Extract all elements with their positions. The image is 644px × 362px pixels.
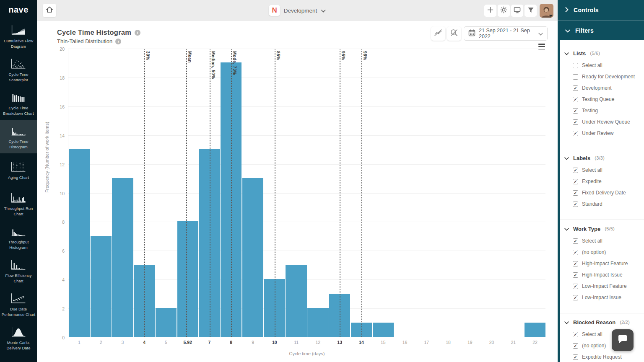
checkbox-checked-icon[interactable]: ✓ [573,250,578,255]
controls-section-header[interactable]: Controls [558,0,644,20]
nave-board-logo: N [269,5,280,16]
chart-subtitle: Thin-Tailed Distribution [57,38,112,44]
filter-option-row[interactable]: ✓ Testing [560,108,644,114]
sidebar-item-throughput-run-chart[interactable]: Throughput Run Chart [0,187,37,220]
checkbox-icon[interactable] [573,63,578,68]
filter-option-row[interactable]: ✓ Testing Queue [560,96,644,102]
percentile-line-label: 30% [145,51,150,60]
filter-option-row[interactable]: ✓ Under Review [560,130,644,136]
histogram-bar-5.92[interactable] [177,221,198,337]
checkbox-checked-icon[interactable]: ✓ [573,108,578,114]
board-selector[interactable]: N Development [265,3,330,18]
chat-widget-button[interactable] [612,329,634,351]
filter-option-row[interactable]: ✓ High-Impact Issue [560,272,644,278]
chart-nav-sidebar: nave Cumulative Flow DiagramCycle Time S… [0,0,37,362]
y-axis-tick-label: 4 [52,277,65,282]
home-button[interactable] [43,4,56,17]
sidebar-item-monte-carlo-delivery-date[interactable]: Monte Carlo: Delivery Date [0,321,37,354]
zoom-disabled-button[interactable] [447,26,461,41]
add-button[interactable] [484,5,496,17]
checkbox-checked-icon[interactable]: ✓ [573,119,578,125]
filter-option-row[interactable]: Ready for Development [560,74,644,80]
filter-section-header[interactable]: Work Type (5/5) [560,225,644,233]
sidebar-item-cycle-time-histogram[interactable]: Cycle Time Histogram [0,120,37,153]
chart-title-info-icon[interactable]: i [135,30,140,36]
date-range-picker[interactable]: 21 Sep 2021 - 21 Sep 2022 [464,26,548,41]
histogram-bar-12[interactable] [307,308,328,337]
filter-section-header[interactable]: Labels (3/3) [560,154,644,162]
filter-button[interactable] [525,5,537,17]
y-axis-tick-label: 0 [52,335,65,340]
filter-section-header[interactable]: Lists (5/6) [560,49,644,57]
y-axis-tick-label: 14 [52,133,65,138]
checkbox-checked-icon[interactable]: ✓ [573,202,578,207]
filter-option-row[interactable]: ✓ Standard [560,201,644,207]
checkbox-checked-icon[interactable]: ✓ [573,343,578,349]
sidebar-item-flow-efficiency-chart[interactable]: Flow Efficiency Chart [0,254,37,287]
filter-option-row[interactable]: ✓ Expedite [560,178,644,184]
checkbox-checked-icon[interactable]: ✓ [573,272,578,278]
filter-option-label: Select all [582,331,602,337]
settings-button[interactable] [498,5,510,17]
filter-option-row[interactable]: ✓ Fixed Delivery Date [560,190,644,196]
y-axis-tick-label: 18 [52,75,65,80]
checkbox-checked-icon[interactable]: ✓ [573,261,578,266]
checkbox-checked-icon[interactable]: ✓ [573,179,578,184]
chat-bubble-icon [617,334,628,346]
histogram-bar-3[interactable] [112,178,133,337]
sidebar-item-cycle-time-breakdown-chart[interactable]: Cycle Time Breakdown Chart [0,86,37,120]
checkbox-icon[interactable] [573,74,578,80]
sidebar-item-cycle-time-scatterplot[interactable]: Cycle Time Scatterplot [0,53,37,86]
filter-option-row[interactable]: Select all [560,62,644,68]
checkbox-checked-icon[interactable]: ✓ [573,190,578,196]
checkbox-checked-icon[interactable]: ✓ [573,168,578,173]
throughput-histogram-icon [9,225,28,237]
gear-icon [500,6,507,15]
filter-option-row[interactable]: ✓ High-Impact Feature [560,261,644,266]
checkbox-checked-icon[interactable]: ✓ [573,238,578,244]
chart-subtitle-info-icon[interactable]: i [115,39,121,44]
sidebar-item-aging-chart[interactable]: Aging Chart [0,153,37,187]
filter-option-row[interactable]: ✓ Under Review Queue [560,119,644,125]
percentile-line-mean [186,49,187,337]
sidebar-item-throughput-histogram[interactable]: Throughput Histogram [0,220,37,254]
checkbox-checked-icon[interactable]: ✓ [573,295,578,300]
histogram-bar-5[interactable] [156,308,177,337]
filter-section-header[interactable]: Blocked Reason (2/2) [560,318,644,326]
filter-option-row[interactable]: ✓ Low-Impact Feature [560,283,644,289]
sidebar-item-cumulative-flow-diagram[interactable]: Cumulative Flow Diagram [0,19,37,53]
percentile-line-label: Mean [187,51,192,63]
histogram-bar-15[interactable] [373,323,394,337]
checkbox-checked-icon[interactable]: ✓ [573,97,578,102]
filter-option-row[interactable]: ✓ (no option) [560,249,644,255]
x-axis-tick-label: 11 [286,340,307,345]
controls-label: Controls [574,7,599,13]
toggle-percentile-lines-button[interactable] [431,26,445,41]
checkbox-checked-icon[interactable]: ✓ [573,354,578,360]
gridline [68,193,545,194]
filter-option-row[interactable]: ✓ Low-Impact Issue [560,295,644,300]
display-button[interactable] [511,5,523,17]
filter-section-title: Labels [573,155,590,161]
histogram-bar-1[interactable] [69,149,90,337]
filters-section-header[interactable]: Filters [558,20,644,40]
sidebar-item-due-date-performance-chart[interactable]: Due Date Performance Chart [0,287,37,321]
histogram-bar-2[interactable] [91,236,112,337]
checkbox-checked-icon[interactable]: ✓ [573,131,578,136]
sidebar-item-partial-chart[interactable] [0,354,37,362]
filter-option-row[interactable]: ✓ Select all [560,238,644,244]
filters-label: Filters [575,27,594,34]
histogram-bar-11[interactable] [286,265,306,337]
sidebar-item-label: Cycle Time Histogram [1,139,36,150]
histogram-bar-9[interactable] [242,178,263,337]
checkbox-checked-icon[interactable]: ✓ [573,332,578,337]
filter-option-row[interactable]: ✓ Expedite Request [560,354,644,360]
filter-option-row[interactable]: ✓ Development [560,85,644,91]
checkbox-checked-icon[interactable]: ✓ [573,284,578,289]
user-avatar[interactable] [540,4,553,18]
checkbox-checked-icon[interactable]: ✓ [573,85,578,91]
filter-option-row[interactable]: ✓ Select all [560,167,644,173]
funnel-icon [527,7,534,15]
histogram-bar-22[interactable] [525,323,545,337]
filter-option-label: Testing [582,108,598,114]
